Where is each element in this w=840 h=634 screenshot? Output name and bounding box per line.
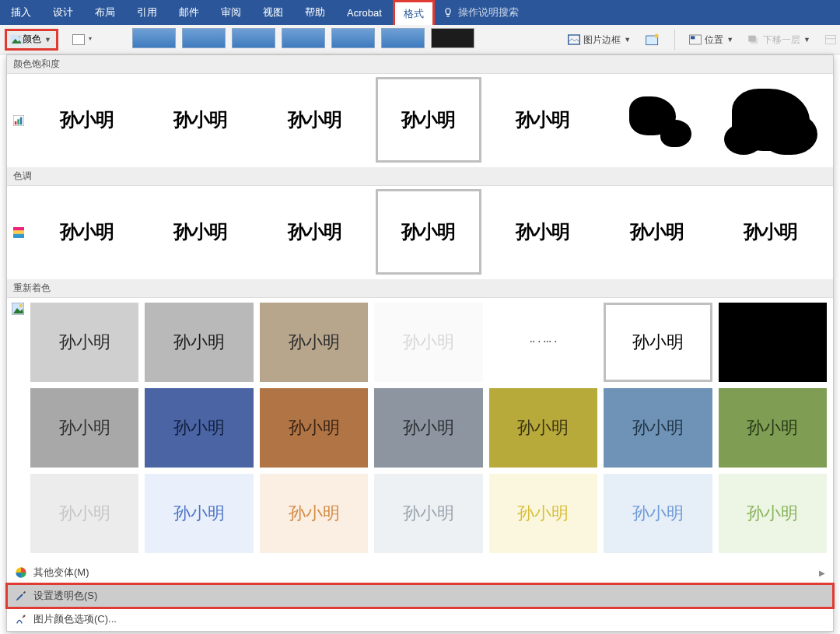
tab-layout[interactable]: 布局 [84, 0, 126, 25]
recolor-mini-icon [12, 303, 24, 315]
section-header-recolor: 重新着色 [7, 279, 833, 298]
recolor-option[interactable]: 孙小明 [374, 388, 482, 468]
color-dropdown-label: 颜色 [23, 33, 41, 46]
position-dropdown[interactable]: 位置 ▼ [689, 33, 733, 47]
svg-rect-7 [691, 36, 695, 39]
sat-row-option[interactable]: 孙小明 [490, 77, 596, 163]
separator [674, 30, 675, 50]
tell-me-search[interactable]: 操作说明搜索 [443, 0, 519, 25]
tab-mailings[interactable]: 邮件 [168, 0, 210, 25]
tab-references[interactable]: 引用 [126, 0, 168, 25]
tone-row-option[interactable]: 孙小明 [376, 189, 481, 275]
tab-view[interactable]: 视图 [252, 0, 294, 25]
recolor-option[interactable]: 孙小明 [260, 388, 368, 468]
recolor-option[interactable]: 孙小明 [719, 388, 827, 468]
set-transparent-label: 设置透明色(S) [33, 589, 97, 603]
sat-row-option[interactable]: 孙小明 [148, 77, 254, 163]
saturation-mini-icon [13, 115, 24, 126]
recolor-option[interactable]: 孙小明 [30, 388, 138, 468]
saturation-row: 孙小明孙小明孙小明孙小明孙小明 [7, 74, 833, 167]
tone-mini-icon [13, 227, 24, 238]
picture-style-preset[interactable] [331, 28, 375, 48]
recolor-option[interactable]: 孙小明 [145, 474, 253, 553]
recolor-option[interactable]: 孙小明 [489, 388, 597, 468]
recolor-option[interactable]: 孙小明 [30, 474, 138, 553]
section-header-tone: 色调 [7, 167, 833, 186]
caret-down-icon: ▼ [726, 36, 733, 44]
selection-pane-icon[interactable] [824, 34, 837, 45]
format-toolbar: 颜色 ▼ 图片边框 ▼ 位置 ▼ 下移一层 ▼ [0, 25, 840, 54]
picture-border-icon [568, 34, 580, 45]
caret-down-icon: ▼ [44, 36, 51, 44]
recolor-option[interactable]: ·· · ··· · [489, 303, 597, 382]
tell-me-label: 操作说明搜索 [458, 5, 519, 19]
sat-row-option[interactable]: 孙小明 [261, 77, 367, 163]
tab-help[interactable]: 帮助 [294, 0, 336, 25]
send-backward-dropdown[interactable]: 下移一层 ▼ [747, 33, 810, 47]
tone-row: 孙小明孙小明孙小明孙小明孙小明孙小明孙小明 [7, 186, 833, 279]
picture-effects-icon[interactable] [645, 33, 660, 47]
recolor-option[interactable]: 孙小明 [30, 303, 138, 382]
recolor-option[interactable]: 孙小明 [260, 474, 368, 553]
svg-point-2 [19, 36, 21, 38]
recolor-option[interactable]: 孙小明 [489, 474, 597, 553]
picture-style-preset[interactable] [381, 28, 425, 48]
recolor-option[interactable]: 孙小明 [604, 388, 712, 468]
tone-row-option[interactable]: 孙小明 [261, 189, 367, 275]
recolor-section: 孙小明孙小明孙小明孙小明·· · ··· ·孙小明孙小明孙小明孙小明孙小明孙小明… [7, 298, 833, 561]
recolor-option[interactable]: 孙小明 [145, 388, 253, 468]
recolor-option[interactable]: 孙小明 [145, 303, 253, 382]
tone-row-option[interactable]: 孙小明 [718, 189, 824, 275]
caret-down-icon: ▼ [803, 36, 810, 44]
format-options-icon [15, 613, 27, 625]
send-backward-icon [747, 34, 760, 45]
color-dropdown-panel: 颜色饱和度 孙小明孙小明孙小明孙小明孙小明 色调 孙小明孙小明孙小明孙小明孙小明… [6, 54, 834, 632]
recolor-option[interactable] [719, 303, 827, 382]
recolor-option[interactable]: 孙小明 [604, 474, 712, 553]
tab-format[interactable]: 格式 [393, 0, 435, 25]
color-dropdown-button[interactable]: 颜色 ▼ [5, 29, 58, 51]
recolor-option[interactable]: 孙小明 [374, 303, 482, 382]
svg-rect-17 [13, 227, 24, 230]
picture-icon [10, 34, 23, 45]
svg-point-22 [19, 304, 23, 307]
sat-row-option[interactable] [718, 77, 824, 163]
svg-rect-10 [825, 36, 835, 44]
svg-rect-13 [15, 121, 17, 124]
tab-insert[interactable]: 插入 [0, 0, 42, 25]
svg-point-5 [655, 34, 659, 38]
sat-row-option[interactable]: 孙小明 [376, 77, 481, 163]
recolor-option[interactable]: 孙小明 [260, 303, 368, 382]
tab-review[interactable]: 审阅 [210, 0, 252, 25]
picture-color-options-item[interactable]: 图片颜色选项(C)... [7, 608, 833, 631]
picture-style-preset[interactable] [182, 28, 226, 48]
more-variations-label: 其他变体(M) [33, 566, 89, 580]
recolor-option[interactable]: 孙小明 [719, 474, 827, 553]
tone-row-option[interactable]: 孙小明 [490, 189, 596, 275]
more-variations-item[interactable]: 其他变体(M) ▶ [7, 561, 833, 584]
recolor-option[interactable]: 孙小明 [374, 474, 482, 553]
artistic-effects-button[interactable] [72, 34, 85, 45]
color-wheel-icon [15, 566, 27, 579]
tone-row-option[interactable]: 孙小明 [148, 189, 254, 275]
tab-acrobat[interactable]: Acrobat [336, 0, 393, 25]
recolor-option[interactable]: 孙小明 [604, 303, 712, 382]
svg-rect-14 [17, 119, 19, 124]
picture-style-preset[interactable] [431, 28, 474, 48]
picture-border-dropdown[interactable]: 图片边框 ▼ [568, 33, 631, 47]
sat-row-option[interactable]: 孙小明 [33, 77, 139, 163]
tab-design[interactable]: 设计 [42, 0, 84, 25]
svg-rect-9 [748, 36, 755, 42]
set-transparent-color-item[interactable]: 设置透明色(S) [7, 584, 833, 608]
sat-row-option[interactable] [604, 77, 709, 163]
picture-style-preset[interactable] [282, 28, 325, 48]
tone-row-option[interactable]: 孙小明 [33, 189, 139, 275]
svg-rect-19 [13, 234, 24, 238]
picture-style-preset[interactable] [132, 28, 176, 48]
pane-icon [824, 34, 837, 45]
effects-icon [645, 33, 660, 47]
tone-row-option[interactable]: 孙小明 [604, 189, 709, 275]
section-header-saturation: 颜色饱和度 [7, 55, 833, 74]
picture-style-preset[interactable] [232, 28, 275, 48]
picture-border-label: 图片边框 [583, 33, 621, 47]
